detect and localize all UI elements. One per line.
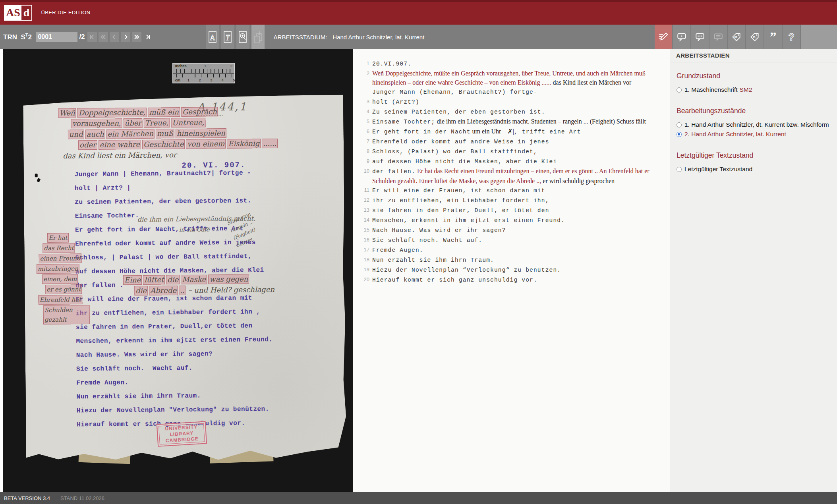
help-button[interactable]: ? bbox=[783, 25, 800, 49]
svg-text:A: A bbox=[210, 34, 215, 42]
zoom-button[interactable] bbox=[236, 25, 249, 49]
line-text: Fremde Augen. bbox=[372, 245, 423, 255]
handwriting-row: odereine wahreGeschichtevon einemEisköni… bbox=[78, 139, 256, 150]
arbeitsstadium-value: Hand Arthur Schnitzler, lat. Kurrent bbox=[332, 34, 424, 41]
forward-10-button[interactable] bbox=[132, 32, 141, 42]
margin-note-row: das Recht bbox=[43, 243, 90, 253]
line-text: 20.VI.907. bbox=[372, 59, 412, 69]
ruler-cm-number: 3 bbox=[210, 78, 212, 82]
radio-button[interactable] bbox=[677, 122, 682, 127]
next-page-button[interactable] bbox=[121, 32, 130, 42]
line-text: Nach Hause. Was wird er ihr sagen? bbox=[372, 225, 506, 235]
line-number: 14 bbox=[359, 215, 372, 224]
radio-option[interactable]: 1. Hand Arthur Schnitzler, dt. Kurrent b… bbox=[677, 121, 831, 128]
tag-m-button[interactable]: M bbox=[728, 25, 745, 49]
transcription-line: 10der fallen. Er hat das Recht einen Fre… bbox=[359, 166, 660, 185]
line-number: 3 bbox=[359, 97, 372, 106]
typed-line: Fremde Augen. bbox=[76, 378, 273, 393]
transcription-line: 17Fremde Augen. bbox=[359, 245, 660, 255]
annotations-edit-button[interactable] bbox=[655, 25, 672, 49]
library-stamp: UNIVERSITYLIBRARYCAMBRIDGE bbox=[157, 421, 207, 446]
highlighted-word: hineinspielen bbox=[176, 128, 226, 138]
previous-page-icon bbox=[111, 34, 118, 40]
transcription-line: 5Einsame Tochter; die ihm ein Liebesgest… bbox=[359, 117, 660, 127]
first-page-icon bbox=[89, 34, 95, 40]
text-segment-serif: um ein Uhr – ✗| bbox=[471, 128, 514, 135]
highlighted-word: Abrede bbox=[149, 286, 178, 295]
logo-d: d bbox=[21, 6, 32, 20]
facsimile-viewer[interactable]: Inches cm 1212345 A 144,1 WeñDoppelgesch… bbox=[3, 49, 353, 492]
pencil-word: – und Held? geschlagen bbox=[187, 285, 276, 295]
text-segment-mono: ihr zu entfliehen, ein Liebhaber fordert… bbox=[372, 197, 549, 204]
radio-option[interactable]: Letztgültiger Textzustand bbox=[677, 166, 831, 173]
transcription-line: 14Menschen, erkennt in ihm ejtzt erst ei… bbox=[359, 215, 660, 225]
back-10-button[interactable] bbox=[99, 32, 108, 42]
previous-page-button[interactable] bbox=[110, 32, 119, 42]
font-style-button[interactable]: T bbox=[221, 25, 234, 49]
line-text: auf dessen Höhe nicht die Masken, aber d… bbox=[372, 156, 557, 166]
line-number: 11 bbox=[359, 185, 372, 195]
comments-button[interactable] bbox=[691, 25, 709, 49]
typed-line: sie fahren in den Prater, Duell,er tötet… bbox=[76, 322, 273, 338]
radio-option[interactable]: 2. Hand Arthur Schnitzler, lat. Kurrent bbox=[677, 131, 831, 138]
ruler-inch-number: 1 bbox=[204, 64, 206, 68]
highlighted-word: von einem bbox=[186, 139, 226, 149]
download-pages-button[interactable] bbox=[251, 25, 265, 49]
comment-lines-button[interactable] bbox=[709, 25, 727, 49]
transcription-panel[interactable]: 120.VI.907.2Weñ Doppelgeschichte, müßte … bbox=[353, 49, 670, 492]
handwritten-plan-note: WeñDoppelgeschichte,müß einGesprächvorau… bbox=[57, 106, 256, 162]
annotation-tools: M B ” ? bbox=[654, 25, 837, 49]
margin-note-row: einen Freund bbox=[39, 253, 90, 263]
toolbar-filler bbox=[801, 25, 837, 49]
arbeitsstadium-label: ARBEITSSTADIUM: bbox=[274, 34, 327, 41]
quotation-button[interactable]: ” bbox=[764, 25, 782, 49]
highlighted-word: Maske bbox=[181, 275, 207, 285]
svg-text:”: ” bbox=[770, 32, 776, 42]
line-text: Hiezu der Novellenplan “Verlockung“ zu b… bbox=[372, 265, 561, 275]
first-page-button[interactable] bbox=[87, 32, 97, 42]
radio-option[interactable]: 1. MaschinenschriftSM2 bbox=[677, 86, 831, 93]
text-segment-mono: Schloss, (Palast) wo der Ball stattfinde… bbox=[372, 149, 537, 155]
radio-button[interactable] bbox=[677, 87, 682, 93]
arbeitsstadium-status: ARBEITSSTADIUM: Hand Arthur Schnitzler, … bbox=[274, 25, 425, 49]
version-label: BETA VERSION 3.4 bbox=[4, 495, 50, 501]
status-bar: BETA VERSION 3.4 STAND 11.02.2026 bbox=[0, 492, 837, 504]
tag-b-button[interactable]: B bbox=[746, 25, 764, 49]
svg-text:T: T bbox=[226, 34, 230, 42]
handwriting-row: WeñDoppelgeschichte,müß einGespräch bbox=[58, 106, 256, 118]
line-text: Ehrenfeld oder kommt auf andre Weise in … bbox=[372, 137, 549, 147]
text-segment-mono: Junger Mann (Ehemann, Brautnacht?) fortg… bbox=[372, 89, 537, 95]
last-page-button[interactable] bbox=[143, 32, 153, 42]
annotations-edit-icon bbox=[658, 32, 669, 42]
stand-date-label: STAND 11.02.2026 bbox=[60, 495, 104, 501]
margin-note-row: Er hat bbox=[47, 233, 90, 243]
text-segment-mono: , trifft eine Art bbox=[514, 129, 581, 135]
transcription-line: 20Hierauf kommt er sich ganz unschuldig … bbox=[359, 275, 660, 285]
svg-text:?: ? bbox=[788, 32, 794, 42]
tag-m-icon: M bbox=[731, 32, 742, 42]
option-label: 2. Hand Arthur Schnitzler, lat. Kurrent bbox=[684, 131, 786, 138]
radio-button[interactable] bbox=[677, 132, 682, 137]
comment-button[interactable] bbox=[673, 25, 690, 49]
margin-handwriting: Er hatdas Rechteinen Freundmitzubringene… bbox=[35, 233, 91, 325]
radio-button[interactable] bbox=[677, 167, 682, 172]
line-text: Hierauf kommt er sich ganz unschuldig vo… bbox=[372, 275, 537, 285]
quotation-icon: ” bbox=[768, 32, 778, 42]
typed-line: Schloss, | Palast | wo der Ball stattfin… bbox=[75, 253, 272, 268]
line-number: 15 bbox=[359, 225, 372, 234]
typed-line: Junger Mann | Ehemann, Brautnacht?| fort… bbox=[75, 169, 271, 185]
text-segment-mono: Menschen, erkennt in ihm ejtzt erst eine… bbox=[372, 217, 565, 224]
page-number-input[interactable] bbox=[36, 32, 77, 42]
font-size-button[interactable]: A bbox=[206, 25, 219, 49]
text-segment-mono: Einsame Tochter; bbox=[372, 119, 435, 125]
nav-about-edition[interactable]: ÜBER DIE EDITION bbox=[41, 10, 90, 15]
pencil-word: das Kind liest ein Märchen, vor bbox=[62, 150, 178, 161]
line-text: Sie schläft noch. Wacht auf. bbox=[372, 235, 482, 245]
asd-logo[interactable]: ASd bbox=[4, 5, 32, 21]
transcription-line: 18Nun erzählt sie ihm ihrn Traum. bbox=[359, 255, 660, 265]
forward-10-icon bbox=[133, 34, 140, 40]
text-segment-mono: auf dessen Höhe nicht die Masken, aber d… bbox=[372, 158, 557, 165]
highlighted-word: Gespräch bbox=[181, 107, 218, 117]
line-number: 6 bbox=[359, 127, 372, 136]
text-segment-mono: Nach Hause. Was wird er ihr sagen? bbox=[372, 227, 506, 234]
